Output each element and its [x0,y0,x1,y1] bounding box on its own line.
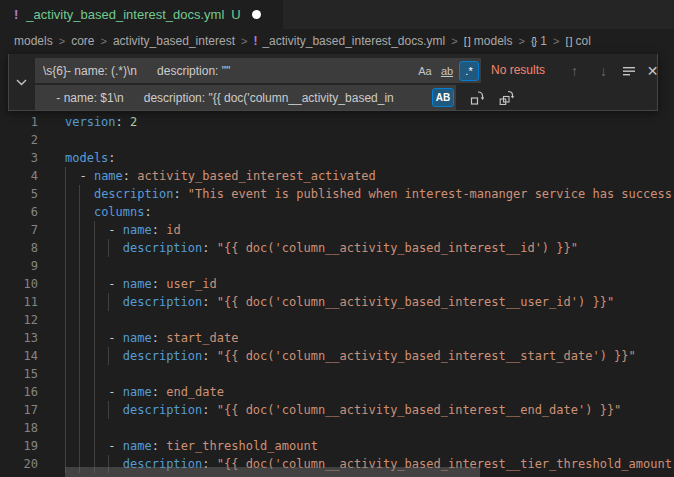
breadcrumb-label: _activity_based_interest_docs.yml [262,34,445,48]
code-text: description: "{{ doc('column__activity_b… [38,293,614,311]
breadcrumb-item[interactable]: core [71,34,94,48]
find-in-selection-button[interactable] [618,60,639,81]
tab-active-file[interactable]: ! _activity_based_interest_docs.yml U [0,0,283,29]
modified-dot-icon[interactable] [252,10,261,19]
editor-line[interactable]: 17 description: "{{ doc('column__activit… [0,401,674,419]
editor-line[interactable]: 14 description: "{{ doc('column__activit… [0,347,674,365]
breadcrumb-item[interactable]: [ ]models [464,34,513,48]
tab-title: _activity_based_interest_docs.yml [26,7,224,22]
code-text [38,365,65,383]
breadcrumb: models>core>activity_based_interest>!_ac… [0,29,674,52]
find-previous-button[interactable]: ↑ [564,60,585,81]
editor-line[interactable]: 7 - name: id [0,221,674,239]
indent-guide [65,167,66,473]
editor-line[interactable]: 2 [0,131,674,149]
match-case-toggle[interactable]: Aa [415,61,435,81]
whole-word-toggle[interactable]: ab [437,61,457,81]
line-number: 19 [0,437,38,455]
find-next-button[interactable]: ↓ [593,60,614,81]
editor-line[interactable]: 3models: [0,149,674,167]
editor-line[interactable]: 18 [0,419,674,437]
find-query-text[interactable]: \s{6}- name: (.*)\n description: "" [43,64,415,78]
line-number: 1 [0,113,38,131]
editor-line[interactable]: 1version: 2 [0,113,674,131]
line-number: 3 [0,149,38,167]
code-text: - name: activity_based_interest_activate… [38,167,376,185]
editor-line[interactable]: 16 - name: end_date [0,383,674,401]
yaml-file-icon: ! [14,7,18,22]
line-number: 15 [0,365,38,383]
replace-button[interactable] [467,87,488,108]
breadcrumb-item[interactable]: [ ]col [565,34,591,48]
preserve-case-toggle[interactable]: AB [432,88,454,107]
replace-value-text[interactable]: - name: $1\n description: "{{ doc('colum… [43,91,432,105]
yaml-symbol-icon: ! [253,34,257,48]
code-text [38,131,65,149]
indent-guide [108,293,109,311]
line-number: 17 [0,401,38,419]
line-number: 14 [0,347,38,365]
editor-line[interactable]: 9 [0,257,674,275]
code-text: description: "{{ doc('column__activity_b… [38,347,636,365]
editor-line[interactable]: 13 - name: start_date [0,329,674,347]
line-number: 16 [0,383,38,401]
code-area[interactable]: 1version: 223models:4 - name: activity_b… [0,113,674,473]
line-number: 18 [0,419,38,437]
editor-line[interactable]: 5 description: "This event is published … [0,185,674,203]
selection-lines-icon [622,65,636,77]
code-text: description: "{{ doc('column__activity_b… [38,401,621,419]
close-find-button[interactable]: ✕ [642,60,663,81]
find-input[interactable]: \s{6}- name: (.*)\n description: "" Aa a… [35,58,481,83]
breadcrumb-separator-icon: > [553,35,559,47]
editor-line[interactable]: 10 - name: user_id [0,275,674,293]
breadcrumb-item[interactable]: {}1 [531,34,547,48]
indent-guide [94,221,95,473]
breadcrumb-item[interactable]: !_activity_based_interest_docs.yml [253,34,445,48]
find-widget: \s{6}- name: (.*)\n description: "" Aa a… [8,54,658,111]
editor-line[interactable]: 11 description: "{{ doc('column__activit… [0,293,674,311]
editor-line[interactable]: 8 description: "{{ doc('column__activity… [0,239,674,257]
code-text [38,311,65,329]
arrow-down-icon: ↓ [600,63,607,79]
close-icon: ✕ [647,63,659,79]
array-symbol-icon: [ ] [464,35,470,47]
line-number: 6 [0,203,38,221]
editor-line[interactable]: 6 columns: [0,203,674,221]
code-text [38,257,65,275]
line-number: 9 [0,257,38,275]
breadcrumb-label: activity_based_interest [113,34,235,48]
editor-line[interactable]: 19 - name: tier_threshold_amount [0,437,674,455]
code-text: - name: start_date [38,329,238,347]
code-text: columns: [38,203,152,221]
code-text: description: "This event is published wh… [38,185,672,203]
line-number: 2 [0,131,38,149]
git-status-badge: U [231,7,240,22]
indent-guide [108,239,109,257]
breadcrumb-label: col [576,34,591,48]
tab-bar: ! _activity_based_interest_docs.yml U [0,0,674,29]
line-number: 13 [0,329,38,347]
line-number: 12 [0,311,38,329]
replace-all-button[interactable] [496,87,517,108]
code-text: version: 2 [38,113,137,131]
line-number: 10 [0,275,38,293]
arrow-up-icon: ↑ [571,63,578,79]
editor-line[interactable]: 4 - name: activity_based_interest_activa… [0,167,674,185]
toggle-replace-button[interactable] [9,54,33,110]
breadcrumb-item[interactable]: activity_based_interest [113,34,235,48]
editor[interactable]: 1version: 223models:4 - name: activity_b… [0,52,674,477]
breadcrumb-item[interactable]: models [14,34,53,48]
editor-line[interactable]: 12 [0,311,674,329]
line-number: 7 [0,221,38,239]
replace-input[interactable]: - name: $1\n description: "{{ doc('colum… [35,85,456,110]
breadcrumb-label: 1 [540,34,547,48]
breadcrumb-separator-icon: > [451,35,457,47]
breadcrumb-separator-icon: > [241,35,247,47]
indent-guide [108,401,109,419]
line-number: 20 [0,455,38,473]
code-text [38,419,65,437]
horizontal-scrollbar[interactable] [65,467,480,477]
regex-toggle[interactable]: .* [459,61,479,81]
editor-line[interactable]: 15 [0,365,674,383]
line-number: 11 [0,293,38,311]
